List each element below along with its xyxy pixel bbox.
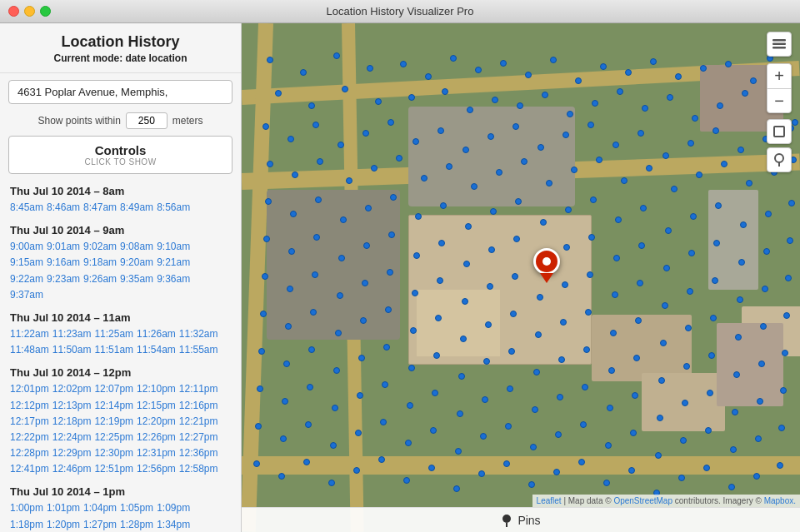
timeline-time-link[interactable]: 12:24pm: [52, 431, 92, 443]
timeline-time-link[interactable]: 12:58pm: [179, 463, 218, 475]
timeline-time-link[interactable]: 1:01pm: [47, 502, 80, 514]
timeline-time-link[interactable]: 12:25pm: [94, 431, 133, 443]
meters-row: Show points within meters: [8, 112, 232, 129]
timeline-time-link[interactable]: 9:02am: [83, 241, 117, 252]
timeline-time-link[interactable]: 11:55am: [179, 344, 218, 355]
timeline-time-row: 1:00pm1:01pm1:04pm1:05pm1:09pm: [10, 500, 231, 516]
timeline-time-link[interactable]: 12:29pm: [52, 447, 92, 459]
timeline-time-row: 12:28pm12:29pm12:30pm12:31pm12:36pm: [10, 445, 231, 461]
timeline-time-link[interactable]: 8:47am: [83, 201, 117, 213]
timeline-time-link[interactable]: 11:51am: [94, 344, 133, 355]
traffic-lights: [8, 6, 51, 17]
timeline-time-link[interactable]: 12:56pm: [137, 463, 176, 475]
leaflet-link[interactable]: Leaflet: [537, 496, 562, 505]
timeline-time-link[interactable]: 9:00am: [10, 241, 43, 252]
timeline-time-row: 12:41pm12:46pm12:51pm12:56pm12:58pm: [10, 461, 231, 477]
timeline-time-link[interactable]: 12:51pm: [94, 463, 133, 475]
map-area[interactable]: + − Leaflet | Map data © OpenStreetMap c…: [242, 23, 800, 532]
timeline-time-link[interactable]: 9:16am: [47, 256, 80, 268]
svg-point-4: [775, 154, 783, 162]
timeline-time-link[interactable]: 12:27pm: [179, 431, 218, 443]
timeline-time-link[interactable]: 12:14pm: [94, 400, 133, 411]
timeline-time-link[interactable]: 1:04pm: [83, 502, 117, 514]
timeline-time-link[interactable]: 9:01am: [47, 241, 80, 252]
timeline-time-link[interactable]: 9:26am: [83, 273, 117, 285]
timeline-time-link[interactable]: 12:02pm: [52, 383, 92, 395]
pin-tool-button[interactable]: [767, 147, 792, 172]
timeline-time-link[interactable]: 1:18pm: [10, 519, 43, 530]
mapbox-link[interactable]: Mapbox.: [764, 496, 796, 505]
timeline-time-link[interactable]: 9:22am: [10, 273, 43, 285]
timeline-time-link[interactable]: 11:50am: [52, 344, 92, 355]
timeline-time-link[interactable]: 9:08am: [120, 241, 153, 252]
timeline-time-link[interactable]: 9:35am: [120, 273, 153, 285]
timeline-time-link[interactable]: 11:26am: [137, 328, 176, 340]
timeline-time-link[interactable]: 12:20pm: [137, 415, 176, 427]
controls-toggle[interactable]: Controls CLICK TO SHOW: [8, 136, 232, 174]
timeline-time-link[interactable]: 9:20am: [120, 256, 153, 268]
timeline-time-link[interactable]: 9:21am: [157, 256, 190, 268]
timeline-time-link[interactable]: 9:18am: [83, 256, 117, 268]
timeline-time-row: 1:18pm1:20pm1:27pm1:28pm1:34pm: [10, 517, 231, 532]
timeline-time-link[interactable]: 12:11pm: [179, 383, 218, 395]
timeline-time-link[interactable]: 8:56am: [157, 201, 190, 213]
timeline-time-link[interactable]: 12:17pm: [10, 415, 49, 427]
minimize-button[interactable]: [24, 6, 35, 17]
timeline-time-link[interactable]: 11:23am: [52, 328, 92, 340]
timeline-time-link[interactable]: 12:16pm: [179, 400, 218, 411]
timeline-time-link[interactable]: 11:32am: [179, 328, 218, 340]
timeline-time-link[interactable]: 12:28pm: [10, 447, 49, 459]
timeline-time-link[interactable]: 12:12pm: [10, 400, 49, 411]
timeline-time-link[interactable]: 11:25am: [94, 328, 133, 340]
timeline-time-link[interactable]: 1:00pm: [10, 502, 43, 514]
timeline-time-link[interactable]: 9:23am: [47, 273, 80, 285]
pins-bar[interactable]: Pins: [242, 507, 800, 532]
timeline-time-row: 12:12pm12:13pm12:14pm12:15pm12:16pm: [10, 398, 231, 414]
rectangle-tool-button[interactable]: [767, 119, 792, 144]
timeline-time-row: 9:15am9:16am9:18am9:20am9:21am: [10, 255, 231, 271]
timeline-time-link[interactable]: 1:34pm: [157, 519, 190, 530]
timeline-time-link[interactable]: 1:28pm: [120, 519, 153, 530]
timeline-time-link[interactable]: 1:05pm: [120, 502, 153, 514]
timeline-time-link[interactable]: 12:18pm: [52, 415, 92, 427]
timeline-time-link[interactable]: 12:46pm: [52, 463, 92, 475]
timeline-time-link[interactable]: 8:45am: [10, 201, 43, 213]
pins-icon: [501, 513, 512, 528]
timeline-time-link[interactable]: 12:22pm: [10, 431, 49, 443]
timeline-time-link[interactable]: 12:30pm: [94, 447, 133, 459]
osm-link[interactable]: OpenStreetMap: [613, 496, 672, 505]
zoom-out-button[interactable]: −: [767, 88, 792, 113]
timeline-time-link[interactable]: 8:46am: [47, 201, 80, 213]
timeline-time-link[interactable]: 1:27pm: [83, 519, 117, 530]
timeline-time-link[interactable]: 12:19pm: [94, 415, 133, 427]
timeline-time-link[interactable]: 12:31pm: [137, 447, 176, 459]
timeline-time-link[interactable]: 9:15am: [10, 256, 43, 268]
timeline-time-link[interactable]: 12:36pm: [179, 447, 218, 459]
timeline-time-link[interactable]: 8:49am: [120, 201, 153, 213]
timeline-time-link[interactable]: 12:01pm: [10, 383, 49, 395]
timeline-group: Thu Jul 10 2014 – 12pm12:01pm12:02pm12:0…: [10, 366, 231, 477]
timeline-time-link[interactable]: 1:20pm: [47, 519, 80, 530]
timeline-time-link[interactable]: 1:09pm: [157, 502, 190, 514]
timeline-time-link[interactable]: 12:13pm: [52, 400, 92, 411]
timeline-time-link[interactable]: 11:22am: [10, 328, 49, 340]
timeline-time-link[interactable]: 11:48am: [10, 344, 49, 355]
timeline-time-link[interactable]: 12:07pm: [94, 383, 133, 395]
timeline-time-link[interactable]: 9:37am: [10, 289, 43, 301]
timeline-scroll[interactable]: Thu Jul 10 2014 – 8am8:45am8:46am8:47am8…: [0, 181, 241, 532]
timeline-time-row: 8:45am8:46am8:47am8:49am8:56am: [10, 200, 231, 216]
timeline-time-link[interactable]: 9:36am: [157, 273, 190, 285]
timeline-time-link[interactable]: 12:41pm: [10, 463, 49, 475]
meters-input[interactable]: [126, 112, 168, 129]
timeline-time-link[interactable]: 12:21pm: [179, 415, 218, 427]
timeline-time-link[interactable]: 9:10am: [157, 241, 190, 252]
zoom-in-button[interactable]: +: [767, 63, 792, 88]
timeline-time-link[interactable]: 11:54am: [137, 344, 176, 355]
layers-button[interactable]: [767, 32, 792, 57]
timeline-time-link[interactable]: 12:10pm: [137, 383, 176, 395]
timeline-time-link[interactable]: 12:15pm: [137, 400, 176, 411]
timeline-time-link[interactable]: 12:26pm: [137, 431, 176, 443]
timeline-times: 12:01pm12:02pm12:07pm12:10pm12:11pm12:12…: [10, 381, 231, 477]
maximize-button[interactable]: [40, 6, 51, 17]
close-button[interactable]: [8, 6, 19, 17]
